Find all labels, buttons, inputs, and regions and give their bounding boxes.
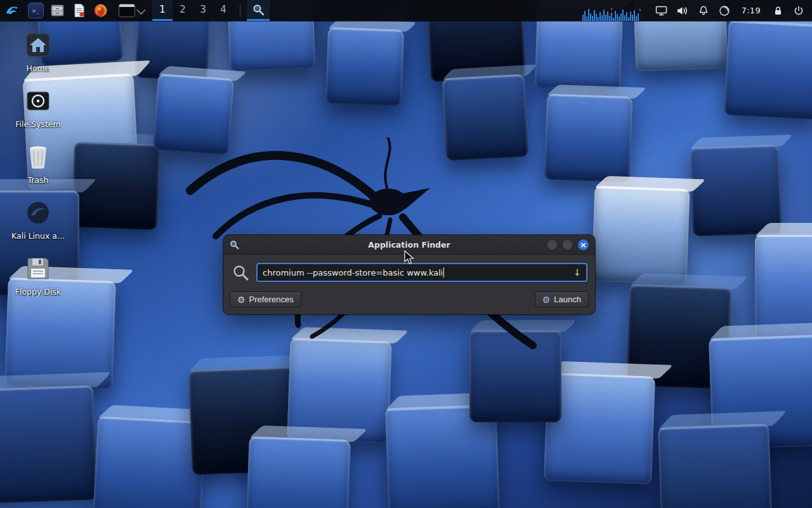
- desktop-icon-label: File System: [15, 119, 61, 129]
- gear-icon: ⚙: [237, 295, 246, 304]
- desktop-icon-home[interactable]: Home: [8, 30, 69, 73]
- status-circle-icon: [719, 5, 730, 17]
- workspace-3[interactable]: 3: [193, 0, 213, 21]
- logout-button[interactable]: [790, 0, 807, 21]
- taskbar-application-finder-button[interactable]: [247, 0, 270, 21]
- text-editor-launcher-icon[interactable]: [71, 3, 87, 18]
- desktop-icon-floppy-disk[interactable]: Floppy Disk: [8, 254, 69, 297]
- display-icon: [655, 5, 667, 17]
- close-button[interactable]: ×: [578, 239, 589, 250]
- file-system-drive-icon: [23, 86, 53, 116]
- session-controls: [767, 0, 812, 21]
- search-icon: [232, 264, 249, 281]
- top-panel: >_: [0, 0, 812, 21]
- desktop-icon-list: Home File System Trash Kal: [8, 30, 69, 310]
- desktop-icon-label: Floppy Disk: [15, 287, 61, 297]
- kali-docs-icon: [23, 198, 53, 227]
- wallpaper-cube: [724, 20, 812, 120]
- wallpaper-cube: [591, 185, 690, 284]
- desktop-icon-kali-docs[interactable]: Kali Linux a...: [8, 198, 69, 241]
- preferences-button-label: Preferences: [249, 295, 294, 304]
- lock-icon: [773, 5, 783, 17]
- volume-indicator[interactable]: [674, 0, 691, 21]
- file-manager-launcher-icon[interactable]: [49, 3, 65, 18]
- terminal-window-icon: [119, 4, 135, 17]
- audio-visualizer: [582, 0, 651, 23]
- desktop-icon-trash[interactable]: Trash: [8, 142, 69, 185]
- terminal-launcher-icon[interactable]: >_: [28, 3, 44, 18]
- applications-menu-button[interactable]: [0, 0, 24, 21]
- close-icon: ×: [580, 240, 587, 250]
- workspace-4[interactable]: 4: [213, 0, 233, 21]
- workspace-1[interactable]: 1: [152, 0, 173, 21]
- desktop-icon-label: Kali Linux a...: [11, 231, 65, 241]
- wallpaper-cube: [0, 385, 97, 504]
- window-controls: ×: [542, 239, 595, 250]
- maximize-button[interactable]: [563, 240, 572, 250]
- desktop-icon-label: Trash: [27, 175, 48, 185]
- text-caret: [443, 267, 444, 277]
- workspace-4-label: 4: [220, 4, 226, 15]
- button-row: ⚙ Preferences ⚙ Launch: [223, 287, 595, 314]
- desktop-icon-label: Home: [27, 64, 50, 73]
- application-finder-icon: [252, 4, 265, 16]
- kali-dragon-logo: [152, 70, 596, 368]
- input-dropdown-arrow-icon[interactable]: ↓: [573, 267, 581, 277]
- workspace-switcher: 1 2 3 4: [152, 0, 233, 21]
- notifications-indicator[interactable]: [695, 0, 712, 21]
- search-input-value: chromium --password-store=basic www.kali: [263, 268, 443, 277]
- home-folder-icon: [23, 30, 53, 60]
- panel-clock[interactable]: 7:19: [735, 0, 767, 21]
- bell-icon: [698, 5, 709, 17]
- launch-button[interactable]: ⚙ Launch: [535, 291, 589, 307]
- panel-separator: [240, 4, 240, 17]
- speaker-icon: [676, 5, 688, 17]
- wallpaper-cube: [658, 424, 773, 508]
- application-finder-window: Application Finder × chromium --password…: [223, 235, 595, 314]
- power-icon: [793, 5, 804, 17]
- preferences-button[interactable]: ⚙ Preferences: [230, 291, 301, 307]
- launch-run-icon: ⚙: [542, 295, 551, 304]
- floppy-disk-icon: [23, 254, 53, 283]
- desktop-icon-file-system[interactable]: File System: [8, 86, 69, 129]
- trash-bin-icon: [23, 142, 53, 171]
- firefox-launcher-icon[interactable]: [93, 3, 108, 18]
- display-indicator[interactable]: [653, 0, 670, 21]
- kali-menu-icon: [5, 4, 19, 18]
- chevron-down-icon: [136, 5, 145, 14]
- workspace-3-label: 3: [200, 4, 206, 15]
- panel-spacer: [270, 0, 582, 21]
- search-input[interactable]: chromium --password-store=basic www.kali…: [256, 263, 587, 282]
- launcher-group: >_: [24, 0, 112, 21]
- terminal-profile-selector[interactable]: [112, 0, 148, 21]
- wallpaper-cube: [246, 436, 350, 508]
- update-indicator[interactable]: [716, 0, 733, 21]
- workspace-2-label: 2: [180, 4, 186, 15]
- window-icon: [230, 240, 239, 250]
- launch-button-label: Launch: [554, 295, 581, 304]
- mouse-cursor: [403, 250, 416, 265]
- wallpaper-cube: [93, 417, 206, 508]
- clock-text: 7:19: [742, 6, 761, 15]
- lock-screen-button[interactable]: [769, 0, 786, 21]
- minimize-button[interactable]: [547, 240, 557, 250]
- system-tray: [651, 0, 735, 21]
- wallpaper-cube: [690, 145, 782, 237]
- workspace-1-label: 1: [159, 4, 166, 15]
- window-title: Application Finder: [223, 240, 595, 250]
- workspace-2[interactable]: 2: [173, 0, 193, 21]
